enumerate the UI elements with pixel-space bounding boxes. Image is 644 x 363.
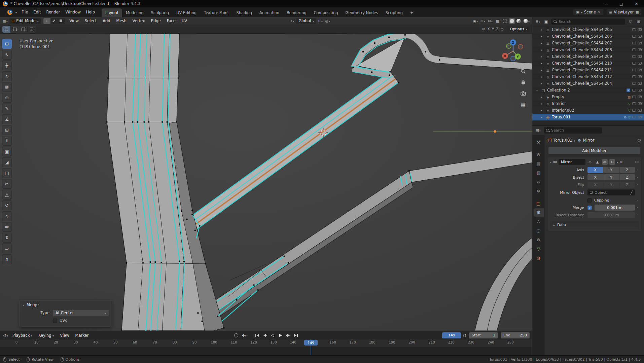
breadcrumb-modifier[interactable]: Mirror: [583, 138, 595, 143]
outliner-filter-button[interactable]: ▽: [627, 19, 634, 25]
disable-render-icon[interactable]: [638, 48, 642, 51]
outliner-row[interactable]: Chevrolet_Chevelle_SS454.264: [532, 80, 644, 87]
outliner-row[interactable]: Chevrolet_Chevelle_SS454.205: [532, 26, 644, 33]
hide-viewport-icon[interactable]: [632, 62, 636, 65]
unlink-icon[interactable]: [598, 10, 601, 14]
new-collection-button[interactable]: ⊞: [635, 19, 642, 25]
jump-to-end-button[interactable]: [292, 332, 299, 338]
edge-slide-tool-button[interactable]: ⇄: [2, 222, 12, 232]
new-layer-icon[interactable]: ▦: [636, 10, 639, 14]
menu-window[interactable]: Window: [63, 8, 83, 16]
collection-checkbox[interactable]: [627, 88, 630, 92]
tab-modifiers[interactable]: ⚙: [534, 208, 544, 217]
menu-face[interactable]: Face: [164, 17, 178, 25]
expand-icon[interactable]: [541, 116, 544, 119]
shading-wireframe-button[interactable]: [502, 18, 508, 24]
tab-modeling[interactable]: Modeling: [122, 8, 147, 17]
disable-render-icon[interactable]: [638, 69, 642, 71]
uvs-checkbox[interactable]: [53, 319, 57, 323]
select-mode-extend-button[interactable]: [11, 26, 19, 33]
merge-type-dropdown[interactable]: At Center: [53, 310, 109, 316]
flip-y-button[interactable]: Y: [603, 182, 619, 188]
disable-render-icon[interactable]: [638, 28, 642, 31]
animate-dot-icon[interactable]: [635, 182, 640, 187]
gizmo-x-toggle[interactable]: X: [487, 27, 490, 31]
expand-icon[interactable]: [541, 109, 544, 112]
inset-faces-tool-button[interactable]: ▣: [2, 147, 12, 156]
vertex-select-button[interactable]: [43, 18, 50, 24]
maximize-button[interactable]: □: [614, 0, 629, 7]
flip-z-button[interactable]: Z: [619, 182, 635, 188]
tab-texture-paint[interactable]: Texture Paint: [200, 8, 232, 17]
tab-layout[interactable]: Layout: [102, 8, 122, 17]
hide-viewport-icon[interactable]: [632, 42, 636, 44]
expand-icon[interactable]: [541, 75, 544, 78]
end-frame-field[interactable]: End 250: [501, 332, 530, 338]
loop-cut-tool-button[interactable]: ◫: [2, 168, 12, 178]
timeline-ruler[interactable]: 0 10 20 30 40 50 60 70 80 90 100 110 120…: [0, 339, 532, 355]
blender-menu-button[interactable]: [3, 10, 19, 15]
tab-world[interactable]: ⊛: [534, 187, 544, 195]
use-preview-range-icon[interactable]: ◔: [463, 333, 466, 337]
editor-type-button[interactable]: ▦: [2, 18, 8, 24]
show-realtime-toggle[interactable]: ▭: [602, 159, 608, 165]
hide-viewport-icon[interactable]: [632, 69, 636, 71]
hide-viewport-icon[interactable]: [632, 109, 636, 112]
properties-editor-type-button[interactable]: ▤: [535, 127, 541, 134]
cursor-tool-button[interactable]: ↖: [2, 50, 12, 60]
menu-playback[interactable]: Playback: [10, 332, 35, 339]
visibility-button[interactable]: ◉: [472, 18, 479, 24]
tab-animation[interactable]: Animation: [256, 8, 283, 17]
expand-icon[interactable]: [541, 55, 544, 58]
menu-edit[interactable]: Edit: [31, 8, 43, 16]
gizmo-z-toggle[interactable]: Z: [496, 27, 499, 31]
collapse-icon[interactable]: [23, 302, 24, 307]
tab-scripting[interactable]: Scripting: [382, 8, 406, 17]
disable-render-icon[interactable]: [638, 82, 642, 85]
menu-mesh[interactable]: Mesh: [114, 17, 129, 25]
tab-scene[interactable]: ⌂: [534, 178, 544, 186]
outliner-row[interactable]: Chevrolet_Chevelle_SS454.207: [532, 40, 644, 46]
tab-view-layer[interactable]: ▥: [534, 169, 544, 177]
disable-render-icon[interactable]: [638, 62, 642, 65]
knife-tool-button[interactable]: ✂: [2, 179, 12, 189]
tab-compositing[interactable]: Compositing: [310, 8, 342, 17]
hide-viewport-icon[interactable]: [632, 75, 636, 78]
outliner-row[interactable]: Chevrolet_Chevelle_SS454.206: [532, 33, 644, 40]
xray-toggle-button[interactable]: ▩: [494, 18, 501, 24]
outliner-search-input[interactable]: [559, 20, 623, 24]
select-mode-subtract-button[interactable]: [19, 26, 28, 33]
rotate-tool-button[interactable]: ↻: [2, 71, 12, 81]
menu-file[interactable]: File: [19, 8, 31, 16]
gizmo-y-toggle[interactable]: Y: [492, 27, 494, 31]
modifier-extras-icon[interactable]: [617, 160, 618, 164]
options-dropdown[interactable]: Options: [508, 26, 530, 32]
expand-icon[interactable]: [541, 82, 544, 85]
tab-output[interactable]: ▤: [534, 159, 544, 168]
drag-handle-icon[interactable]: ∷∷: [635, 160, 639, 164]
disable-render-icon[interactable]: [638, 102, 642, 105]
move-tool-button[interactable]: ╋: [2, 61, 12, 70]
outliner-row[interactable]: Chevrolet_Chevelle_SS454.208: [532, 46, 644, 53]
outliner-row[interactable]: Interior.002: [532, 107, 644, 114]
shading-solid-button[interactable]: [509, 18, 515, 24]
expand-icon[interactable]: [541, 62, 544, 65]
collapse-icon[interactable]: [536, 89, 539, 92]
disable-render-icon[interactable]: [638, 116, 642, 118]
tab-particles[interactable]: ∴: [534, 217, 544, 226]
hide-viewport-icon[interactable]: [632, 102, 636, 105]
show-in-edit-mode-toggle[interactable]: ▲: [595, 159, 600, 165]
breadcrumb-object[interactable]: Torus.001: [553, 138, 572, 143]
outliner-row[interactable]: Empty: [532, 94, 644, 100]
tab-geometry-nodes[interactable]: Geometry Nodes: [342, 8, 382, 17]
playhead-badge[interactable]: 149: [304, 340, 318, 346]
tab-object[interactable]: □: [534, 199, 544, 208]
outliner-row[interactable]: Chevrolet_Chevelle_SS454.210: [532, 60, 644, 67]
scene-selector[interactable]: ▣ Scene: [573, 9, 603, 15]
tweak-tool-button[interactable]: ⊡: [2, 39, 12, 49]
proportional-edit-button[interactable]: ◎: [324, 18, 331, 24]
show-render-toggle[interactable]: ⊙: [609, 159, 615, 165]
shear-tool-button[interactable]: ▱: [2, 244, 12, 253]
rip-region-tool-button[interactable]: ⋔: [2, 254, 12, 264]
mode-dropdown[interactable]: ⊡ Edit Mode: [9, 18, 41, 24]
